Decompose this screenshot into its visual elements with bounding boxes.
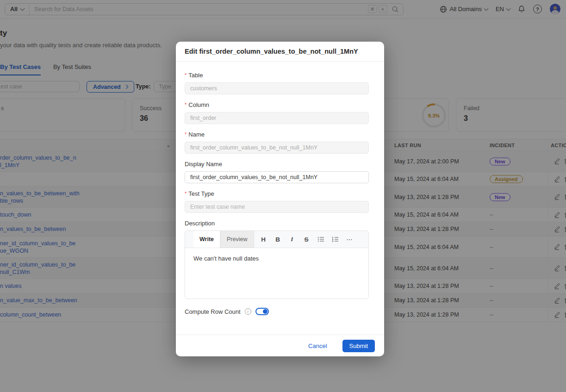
required-marker: * xyxy=(185,102,187,107)
description-editor-content[interactable]: We can't have null dates xyxy=(185,248,368,299)
info-icon: i xyxy=(245,308,251,315)
column-field-label: Column xyxy=(188,101,209,108)
markdown-editor: Write Preview H B I S xyxy=(185,230,369,299)
editor-toolbar: Write Preview H B I S xyxy=(185,231,368,248)
required-marker: * xyxy=(185,191,187,196)
table-field-label: Table xyxy=(188,72,203,79)
edit-test-case-modal: Edit first_order_column_values_to_be_not… xyxy=(176,42,384,356)
editor-tab-preview[interactable]: Preview xyxy=(220,231,254,248)
modal-body: * Table * Column * Name xyxy=(176,62,384,315)
field-column: * Column xyxy=(185,101,369,124)
editor-tools: H B I S xyxy=(256,231,357,248)
app-viewport: All ⌘ K All Domains EN xyxy=(0,0,566,392)
description-field-label: Description xyxy=(185,220,215,227)
modal-title: Edit first_order_column_values_to_be_not… xyxy=(176,42,384,62)
compute-row-count-toggle[interactable] xyxy=(255,308,269,315)
compute-row-count-label: Compute Row Count xyxy=(185,308,241,315)
cancel-button[interactable]: Cancel xyxy=(305,342,330,350)
compute-row-count-row: Compute Row Count i xyxy=(185,308,369,315)
more-tools-icon[interactable]: ⋯ xyxy=(342,236,357,243)
required-marker: * xyxy=(185,72,187,78)
modal-footer: Cancel Submit xyxy=(176,335,384,356)
bold-tool-icon[interactable]: B xyxy=(271,236,285,243)
display-name-field-label: Display Name xyxy=(185,161,222,168)
test-type-field-input xyxy=(185,201,369,213)
column-field-input xyxy=(185,112,369,124)
numbered-list-tool-icon[interactable] xyxy=(328,236,342,242)
heading-tool-icon[interactable]: H xyxy=(256,236,271,243)
table-field-input xyxy=(185,82,369,94)
required-marker: * xyxy=(185,131,187,137)
submit-button[interactable]: Submit xyxy=(342,340,375,352)
toggle-knob xyxy=(263,309,267,314)
field-name: * Name xyxy=(185,131,369,154)
field-description: Description Write Preview H B I S xyxy=(185,220,369,299)
field-display-name: Display Name xyxy=(185,161,369,183)
name-field-label: Name xyxy=(188,131,205,138)
field-test-type: * Test Type xyxy=(185,190,369,213)
test-type-field-label: Test Type xyxy=(188,190,214,197)
italic-tool-icon[interactable]: I xyxy=(285,236,299,243)
display-name-field-input[interactable] xyxy=(185,171,369,183)
bullet-list-tool-icon[interactable] xyxy=(314,236,328,242)
editor-tab-write[interactable]: Write xyxy=(193,231,220,248)
field-table: * Table xyxy=(185,72,369,94)
strikethrough-tool-icon[interactable]: S xyxy=(299,236,314,243)
name-field-input xyxy=(185,142,369,154)
